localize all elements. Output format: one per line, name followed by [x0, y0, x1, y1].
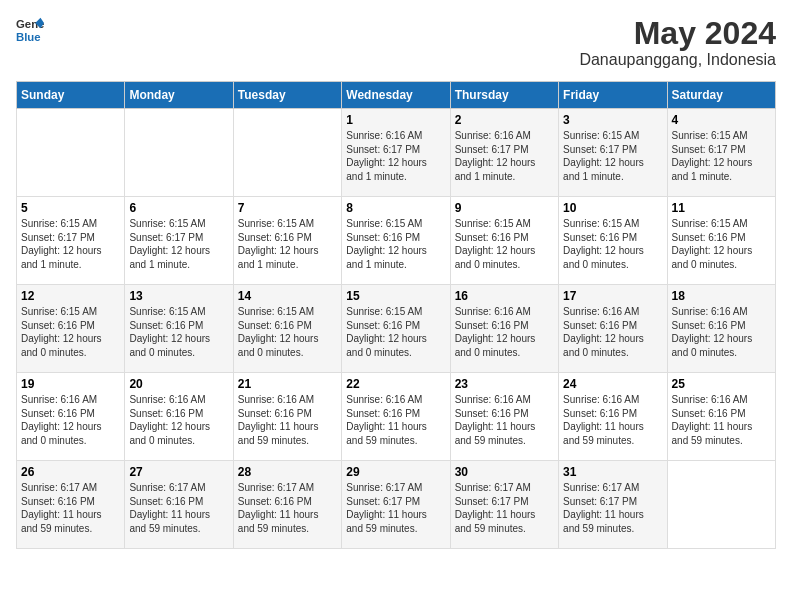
day-info: Sunrise: 6:17 AM Sunset: 6:17 PM Dayligh…: [346, 481, 445, 535]
day-number: 7: [238, 201, 337, 215]
day-number: 11: [672, 201, 771, 215]
day-cell: 25Sunrise: 6:16 AM Sunset: 6:16 PM Dayli…: [667, 373, 775, 461]
day-cell: 1Sunrise: 6:16 AM Sunset: 6:17 PM Daylig…: [342, 109, 450, 197]
day-number: 23: [455, 377, 554, 391]
day-cell: 17Sunrise: 6:16 AM Sunset: 6:16 PM Dayli…: [559, 285, 667, 373]
day-info: Sunrise: 6:15 AM Sunset: 6:17 PM Dayligh…: [129, 217, 228, 271]
title-block: May 2024 Danaupanggang, Indonesia: [579, 16, 776, 69]
logo-icon: General Blue: [16, 16, 44, 44]
day-info: Sunrise: 6:16 AM Sunset: 6:16 PM Dayligh…: [455, 305, 554, 359]
day-info: Sunrise: 6:17 AM Sunset: 6:16 PM Dayligh…: [129, 481, 228, 535]
weekday-header-tuesday: Tuesday: [233, 82, 341, 109]
day-number: 24: [563, 377, 662, 391]
day-cell: 8Sunrise: 6:15 AM Sunset: 6:16 PM Daylig…: [342, 197, 450, 285]
week-row-2: 5Sunrise: 6:15 AM Sunset: 6:17 PM Daylig…: [17, 197, 776, 285]
day-cell: [125, 109, 233, 197]
day-cell: 2Sunrise: 6:16 AM Sunset: 6:17 PM Daylig…: [450, 109, 558, 197]
week-row-5: 26Sunrise: 6:17 AM Sunset: 6:16 PM Dayli…: [17, 461, 776, 549]
day-number: 27: [129, 465, 228, 479]
day-cell: 5Sunrise: 6:15 AM Sunset: 6:17 PM Daylig…: [17, 197, 125, 285]
day-info: Sunrise: 6:15 AM Sunset: 6:16 PM Dayligh…: [346, 217, 445, 271]
day-info: Sunrise: 6:17 AM Sunset: 6:17 PM Dayligh…: [563, 481, 662, 535]
day-number: 20: [129, 377, 228, 391]
day-cell: 14Sunrise: 6:15 AM Sunset: 6:16 PM Dayli…: [233, 285, 341, 373]
day-number: 14: [238, 289, 337, 303]
day-cell: 29Sunrise: 6:17 AM Sunset: 6:17 PM Dayli…: [342, 461, 450, 549]
day-info: Sunrise: 6:17 AM Sunset: 6:17 PM Dayligh…: [455, 481, 554, 535]
day-info: Sunrise: 6:16 AM Sunset: 6:17 PM Dayligh…: [346, 129, 445, 183]
day-info: Sunrise: 6:15 AM Sunset: 6:16 PM Dayligh…: [455, 217, 554, 271]
day-info: Sunrise: 6:15 AM Sunset: 6:16 PM Dayligh…: [238, 305, 337, 359]
weekday-header-wednesday: Wednesday: [342, 82, 450, 109]
weekday-header-row: SundayMondayTuesdayWednesdayThursdayFrid…: [17, 82, 776, 109]
day-cell: 4Sunrise: 6:15 AM Sunset: 6:17 PM Daylig…: [667, 109, 775, 197]
day-info: Sunrise: 6:16 AM Sunset: 6:16 PM Dayligh…: [238, 393, 337, 447]
day-cell: 26Sunrise: 6:17 AM Sunset: 6:16 PM Dayli…: [17, 461, 125, 549]
logo: General Blue: [16, 16, 44, 44]
day-cell: 19Sunrise: 6:16 AM Sunset: 6:16 PM Dayli…: [17, 373, 125, 461]
day-info: Sunrise: 6:16 AM Sunset: 6:16 PM Dayligh…: [129, 393, 228, 447]
day-info: Sunrise: 6:15 AM Sunset: 6:16 PM Dayligh…: [129, 305, 228, 359]
day-number: 13: [129, 289, 228, 303]
day-cell: 7Sunrise: 6:15 AM Sunset: 6:16 PM Daylig…: [233, 197, 341, 285]
day-number: 28: [238, 465, 337, 479]
day-number: 10: [563, 201, 662, 215]
day-number: 21: [238, 377, 337, 391]
day-cell: 6Sunrise: 6:15 AM Sunset: 6:17 PM Daylig…: [125, 197, 233, 285]
day-info: Sunrise: 6:16 AM Sunset: 6:16 PM Dayligh…: [672, 393, 771, 447]
weekday-header-thursday: Thursday: [450, 82, 558, 109]
day-number: 16: [455, 289, 554, 303]
day-number: 15: [346, 289, 445, 303]
day-number: 1: [346, 113, 445, 127]
day-number: 26: [21, 465, 120, 479]
day-number: 29: [346, 465, 445, 479]
day-number: 22: [346, 377, 445, 391]
day-info: Sunrise: 6:15 AM Sunset: 6:16 PM Dayligh…: [346, 305, 445, 359]
day-cell: 27Sunrise: 6:17 AM Sunset: 6:16 PM Dayli…: [125, 461, 233, 549]
day-cell: 9Sunrise: 6:15 AM Sunset: 6:16 PM Daylig…: [450, 197, 558, 285]
day-cell: [17, 109, 125, 197]
day-info: Sunrise: 6:15 AM Sunset: 6:16 PM Dayligh…: [238, 217, 337, 271]
day-cell: 22Sunrise: 6:16 AM Sunset: 6:16 PM Dayli…: [342, 373, 450, 461]
day-number: 25: [672, 377, 771, 391]
day-cell: 23Sunrise: 6:16 AM Sunset: 6:16 PM Dayli…: [450, 373, 558, 461]
page-title: May 2024: [579, 16, 776, 51]
day-number: 30: [455, 465, 554, 479]
day-number: 9: [455, 201, 554, 215]
day-cell: 21Sunrise: 6:16 AM Sunset: 6:16 PM Dayli…: [233, 373, 341, 461]
day-info: Sunrise: 6:15 AM Sunset: 6:16 PM Dayligh…: [563, 217, 662, 271]
page-subtitle: Danaupanggang, Indonesia: [579, 51, 776, 69]
day-cell: 15Sunrise: 6:15 AM Sunset: 6:16 PM Dayli…: [342, 285, 450, 373]
day-info: Sunrise: 6:15 AM Sunset: 6:16 PM Dayligh…: [21, 305, 120, 359]
calendar-table: SundayMondayTuesdayWednesdayThursdayFrid…: [16, 81, 776, 549]
day-cell: 13Sunrise: 6:15 AM Sunset: 6:16 PM Dayli…: [125, 285, 233, 373]
day-info: Sunrise: 6:15 AM Sunset: 6:17 PM Dayligh…: [563, 129, 662, 183]
day-info: Sunrise: 6:15 AM Sunset: 6:17 PM Dayligh…: [21, 217, 120, 271]
week-row-3: 12Sunrise: 6:15 AM Sunset: 6:16 PM Dayli…: [17, 285, 776, 373]
day-number: 18: [672, 289, 771, 303]
day-cell: 28Sunrise: 6:17 AM Sunset: 6:16 PM Dayli…: [233, 461, 341, 549]
day-info: Sunrise: 6:16 AM Sunset: 6:16 PM Dayligh…: [346, 393, 445, 447]
day-cell: 10Sunrise: 6:15 AM Sunset: 6:16 PM Dayli…: [559, 197, 667, 285]
day-info: Sunrise: 6:16 AM Sunset: 6:17 PM Dayligh…: [455, 129, 554, 183]
day-number: 3: [563, 113, 662, 127]
day-number: 5: [21, 201, 120, 215]
day-cell: 18Sunrise: 6:16 AM Sunset: 6:16 PM Dayli…: [667, 285, 775, 373]
day-info: Sunrise: 6:16 AM Sunset: 6:16 PM Dayligh…: [455, 393, 554, 447]
weekday-header-friday: Friday: [559, 82, 667, 109]
day-info: Sunrise: 6:16 AM Sunset: 6:16 PM Dayligh…: [563, 393, 662, 447]
week-row-4: 19Sunrise: 6:16 AM Sunset: 6:16 PM Dayli…: [17, 373, 776, 461]
day-info: Sunrise: 6:17 AM Sunset: 6:16 PM Dayligh…: [21, 481, 120, 535]
day-info: Sunrise: 6:16 AM Sunset: 6:16 PM Dayligh…: [21, 393, 120, 447]
weekday-header-monday: Monday: [125, 82, 233, 109]
day-number: 2: [455, 113, 554, 127]
day-number: 19: [21, 377, 120, 391]
day-number: 8: [346, 201, 445, 215]
day-number: 17: [563, 289, 662, 303]
day-info: Sunrise: 6:15 AM Sunset: 6:16 PM Dayligh…: [672, 217, 771, 271]
week-row-1: 1Sunrise: 6:16 AM Sunset: 6:17 PM Daylig…: [17, 109, 776, 197]
day-cell: 30Sunrise: 6:17 AM Sunset: 6:17 PM Dayli…: [450, 461, 558, 549]
day-cell: 20Sunrise: 6:16 AM Sunset: 6:16 PM Dayli…: [125, 373, 233, 461]
day-info: Sunrise: 6:15 AM Sunset: 6:17 PM Dayligh…: [672, 129, 771, 183]
day-cell: [233, 109, 341, 197]
